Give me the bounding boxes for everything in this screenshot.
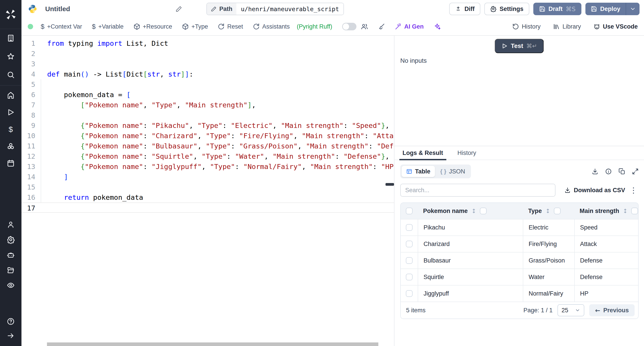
sidebar-item-audit-logs[interactable] [0,278,22,293]
arrow-left-icon: ← [595,307,600,314]
library-button[interactable]: Library [553,23,581,30]
code-line[interactable]: 12 {"Pokemon name": "Squirtle", "Type": … [22,151,394,162]
sidebar-item-runs[interactable] [0,104,22,121]
code-line[interactable]: 17 [22,202,394,213]
add-resource-button[interactable]: +Resource [134,23,172,30]
kebab-menu-button[interactable]: ⋮ [630,186,639,194]
path-value[interactable]: u/henri/maneuverable_script [236,3,344,15]
diff-button[interactable]: Diff [449,3,480,15]
download-icon[interactable] [592,168,598,175]
code-line[interactable]: 16 return pokemon_data [22,192,394,202]
assistant-toggle[interactable] [342,23,356,30]
code-line[interactable]: 3 [22,59,394,69]
assistants-button[interactable]: Assistants (Pyright Ruff) [253,23,332,30]
script-title: Untitled [45,5,70,13]
code-line[interactable]: 13 {"Pokemon name": "Jigglypuff", "Type"… [22,162,394,172]
column-toggle[interactable] [480,208,486,214]
sidebar-item-home[interactable] [0,87,22,104]
code-line[interactable]: 2 [22,48,394,59]
sidebar-item-schedules[interactable] [0,155,22,172]
code-line[interactable]: 4def main() -> List[Dict[str, str]]: [22,69,394,79]
ai-sparkles-button[interactable] [434,23,441,30]
code-line[interactable]: 10 {"Pokemon name": "Charizard", "Type":… [22,131,394,141]
multiplayer-button[interactable] [361,23,368,30]
path-field[interactable]: Path u/henri/maneuverable_script [206,3,344,15]
page-size-select[interactable]: 25 [558,304,584,316]
add-context-var-button[interactable]: $+Context Var [41,23,82,30]
column-toggle[interactable] [554,208,560,214]
refresh-icon [218,23,224,30]
history-button[interactable]: History [512,23,540,30]
download-icon [564,187,571,193]
play-icon [501,43,508,49]
code-line[interactable]: 1from typing import List, Dict [22,38,394,48]
table-cell: Pikachu [418,219,523,235]
code-line[interactable]: 5 [22,79,394,90]
table-cell: Normal/Fairy [523,286,574,302]
deploy-main[interactable]: Deploy [586,3,626,15]
sidebar-item-settings[interactable] [0,232,22,247]
sidebar-item-search[interactable] [0,66,22,84]
code-editor[interactable]: 1from typing import List, Dict234def mai… [22,36,394,346]
code-text: {"Pokemon name": "Jigglypuff", "Type": "… [47,162,394,172]
sidebar-item-variables[interactable]: $ [0,121,22,138]
line-number: 1 [22,38,35,48]
view-toggle-json[interactable]: { } JSON [436,166,470,177]
code-text: ] [47,172,68,182]
sidebar-item-favorites[interactable] [0,47,22,66]
previous-page-button[interactable]: ← Previous [589,304,634,316]
sort-icon[interactable] [471,208,477,214]
sort-icon[interactable] [622,208,628,214]
sort-icon[interactable] [545,208,551,214]
edit-title-button[interactable] [176,5,182,12]
add-type-button[interactable]: +Type [182,23,208,30]
sidebar-item-workers[interactable] [0,247,22,263]
expand-icon[interactable] [632,168,639,175]
column-toggle[interactable] [631,208,638,214]
format-button[interactable] [378,23,385,30]
horizontal-scrollbar[interactable] [47,343,378,346]
draft-button[interactable]: Draft ⌘S [533,3,582,15]
ai-gen-button[interactable]: AI Gen [395,23,424,30]
sidebar-item-folders[interactable] [0,263,22,278]
column-header-type: Type [528,208,542,214]
view-toggle-table[interactable]: Table [402,166,435,177]
play-icon [7,108,15,116]
add-variable-button[interactable]: $+Variable [92,23,124,30]
building-icon [7,34,15,42]
code-line[interactable]: 15 [22,182,394,192]
deploy-dropdown-button[interactable] [626,3,640,15]
code-line[interactable]: 9 {"Pokemon name": "Pikachu", "Type": "E… [22,120,394,131]
row-checkbox[interactable] [406,257,412,264]
row-checkbox[interactable] [406,290,412,297]
code-line[interactable]: 6 pokemon_data = [ [22,90,394,100]
download-csv-button[interactable]: Download as CSV [564,187,625,194]
sidebar-item-workspace[interactable] [0,29,22,47]
code-line[interactable]: 14 ] [22,172,394,182]
code-text: {"Pokemon name": "Pikachu", "Type": "Ele… [47,120,390,131]
deploy-button[interactable]: Deploy [586,3,640,15]
reset-button[interactable]: Reset [218,23,243,30]
sidebar-item-resources[interactable] [0,138,22,155]
code-line[interactable]: 7 ["Pokemon name", "Type", "Main strengt… [22,100,394,110]
row-checkbox[interactable] [406,224,412,231]
code-text: def main() -> List[Dict[str, str]]: [47,69,193,79]
sidebar-item-collapse[interactable] [0,329,22,343]
copy-icon[interactable] [618,168,625,175]
test-button[interactable]: Test ⌘↵ [495,39,544,53]
tab-history[interactable]: History [458,146,476,160]
info-icon[interactable] [605,168,612,175]
sidebar-item-users[interactable] [0,217,22,232]
tab-logs-result[interactable]: Logs & Result [402,146,443,160]
code-line[interactable]: 11 {"Pokemon name": "Bulbasaur", "Type":… [22,141,394,151]
row-checkbox[interactable] [406,274,412,280]
select-all-checkbox[interactable] [406,208,412,214]
code-line[interactable]: 8 [22,110,394,120]
row-checkbox[interactable] [406,241,412,247]
sidebar-item-help[interactable] [0,314,22,329]
panel-splitter-handle[interactable] [386,183,394,186]
use-vscode-button[interactable]: Use VScode [594,23,638,30]
settings-button[interactable]: Settings [484,3,529,15]
windmill-logo[interactable] [0,0,22,29]
search-input[interactable] [400,184,556,197]
